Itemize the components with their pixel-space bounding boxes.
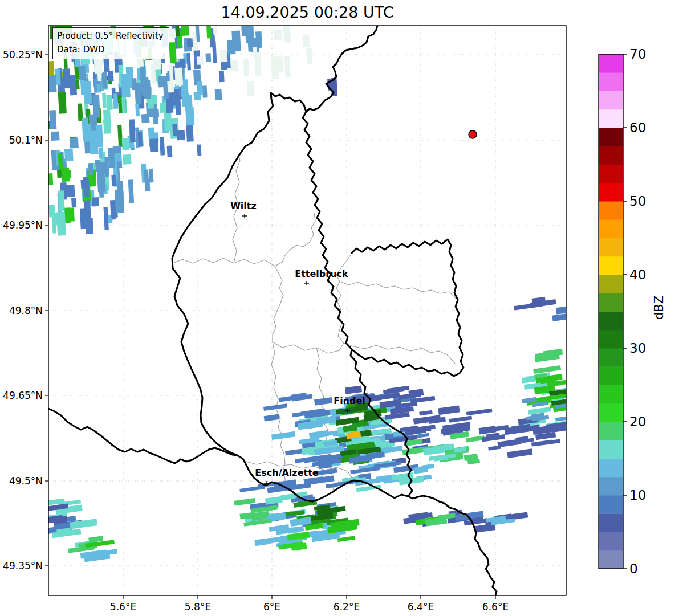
- x-axis-tick-label: 6.6°E: [482, 601, 509, 613]
- y-axis-tick-label: 49.95°N: [3, 219, 43, 231]
- weather-radar-figure: WiltzEttelbruckFindelEsch/Alzette5.6°E5.…: [0, 0, 675, 616]
- colorbar-tick-label: 0: [629, 561, 638, 576]
- radar-echo-bar: [96, 125, 104, 148]
- radar-echo-bar: [115, 153, 121, 161]
- radar-echo-bar: [108, 71, 113, 81]
- radar-echo-bar: [167, 145, 173, 157]
- radar-echo-bar: [117, 181, 124, 199]
- y-axis-tick-label: 50.1°N: [9, 134, 43, 146]
- radar-echo-bar: [274, 29, 282, 40]
- radar-echo-bar: [108, 148, 115, 168]
- radar-echo-bar: [80, 208, 87, 229]
- radar-echo-bar: [271, 56, 279, 79]
- colorbar-tick-label: 10: [629, 488, 646, 503]
- radar-site-dot: [469, 130, 477, 138]
- radar-echo-bar: [99, 147, 103, 158]
- radar-echo-bar: [92, 197, 99, 206]
- radar-echo-bar: [219, 71, 225, 83]
- radar-echo-bar: [123, 154, 132, 165]
- colorbar-band: [599, 330, 623, 349]
- radar-echo-bar: [197, 56, 204, 65]
- radar-echo-bar: [149, 138, 158, 152]
- radar-echo-bar: [47, 173, 53, 185]
- colorbar-tick-label: 30: [629, 341, 646, 356]
- radar-echo-bar: [121, 97, 126, 113]
- radar-echo-bar: [185, 107, 194, 125]
- radar-echo-bar: [112, 210, 116, 220]
- colorbar-band: [599, 201, 623, 220]
- radar-echo-bar: [202, 85, 208, 97]
- radar-echo-bar: [283, 23, 291, 43]
- colorbar-band: [599, 91, 623, 110]
- radar-echo-bar: [101, 72, 108, 89]
- radar-echo-bar: [84, 81, 92, 104]
- radar-map-canvas: WiltzEttelbruckFindelEsch/Alzette5.6°E5.…: [0, 0, 675, 616]
- city-label: Findel: [334, 395, 365, 406]
- y-axis-tick-label: 49.65°N: [3, 390, 43, 401]
- colorbar-band: [599, 256, 623, 275]
- radar-echo-bar: [243, 58, 249, 76]
- radar-echo-bar: [83, 177, 89, 197]
- radar-echo-bar: [231, 31, 241, 52]
- radar-echo-bar: [205, 53, 211, 62]
- radar-echo-bar: [62, 68, 71, 88]
- radar-echo-bar: [78, 66, 86, 80]
- colorbar-band: [599, 165, 623, 183]
- colorbar-band: [599, 495, 623, 514]
- x-axis-tick-label: 6.4°E: [408, 601, 434, 613]
- y-axis-tick-label: 50.25°N: [3, 49, 43, 60]
- radar-echo-bar: [303, 34, 310, 47]
- colorbar-band: [599, 422, 623, 440]
- colorbar-band: [599, 238, 623, 257]
- colorbar-band: [599, 146, 623, 165]
- radar-echo-bar: [230, 60, 238, 71]
- colorbar-band: [599, 275, 623, 293]
- radar-echo-bar: [96, 84, 100, 92]
- colorbar-band: [599, 183, 623, 202]
- radar-echo-bar: [71, 198, 76, 207]
- radar-echo-bar: [122, 138, 130, 150]
- y-axis-tick-label: 49.35°N: [3, 560, 43, 572]
- radar-echo-bar: [113, 93, 118, 109]
- radar-echo-bar: [88, 163, 94, 175]
- radar-echo-bar: [75, 80, 79, 89]
- radar-echo-bar: [111, 175, 116, 186]
- radar-echo-bar: [66, 185, 75, 197]
- radar-echo-bar: [181, 23, 189, 36]
- radar-echo-bar: [121, 74, 131, 97]
- colorbar-band: [599, 385, 623, 404]
- city-label: Wiltz: [230, 201, 257, 211]
- colorbar-band: [599, 550, 623, 569]
- radar-echo-bar: [51, 131, 59, 140]
- radar-echo-bar: [106, 95, 113, 110]
- colorbar-band: [599, 219, 623, 238]
- colorbar-tick-label: 40: [629, 267, 646, 282]
- colorbar-band: [599, 72, 623, 91]
- colorbar-band: [599, 513, 623, 532]
- colorbar-band: [599, 109, 623, 128]
- colorbar-band: [599, 293, 623, 312]
- radar-echo-bar: [135, 83, 142, 105]
- colorbar-band: [599, 366, 623, 385]
- x-axis-tick-label: 6°E: [263, 601, 280, 613]
- radar-echo-bar: [247, 81, 255, 97]
- colorbar-band: [599, 312, 623, 331]
- colorbar-band: [599, 440, 623, 459]
- radar-echo-bar: [83, 124, 92, 142]
- radar-echo-bar: [103, 109, 111, 133]
- radar-echo-bar: [306, 48, 312, 64]
- radar-echo-bar: [64, 149, 74, 161]
- radar-echo-bar: [135, 104, 140, 116]
- colorbar-tick-label: 60: [629, 120, 646, 135]
- colorbar-tick-label: 20: [629, 414, 646, 429]
- radar-echo-bar: [215, 89, 222, 100]
- radar-echo-bar: [174, 68, 183, 86]
- radar-echo-bar: [255, 60, 262, 76]
- radar-echo-bar: [219, 50, 227, 63]
- x-axis-tick-label: 5.8°E: [185, 601, 211, 613]
- colorbar-band: [599, 459, 623, 478]
- radar-echo-bar: [193, 92, 201, 100]
- radar-echo-bar: [206, 21, 212, 39]
- radar-echo-bar: [138, 132, 143, 146]
- radar-echo-bar: [284, 56, 291, 77]
